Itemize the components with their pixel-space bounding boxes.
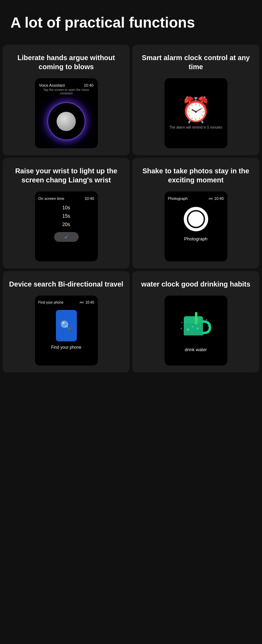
alarm-screen: ⏰ The alarm will remind in 5 minutes <box>165 78 227 148</box>
card-water-clock: water clock good drinking habits <box>132 271 259 372</box>
find-am: AM <box>79 301 83 304</box>
alarm-text: The alarm will remind in 5 minutes <box>169 125 223 129</box>
card-title-search: Device search Bi-directional travel <box>9 280 123 289</box>
camera-inner-ring <box>187 210 205 228</box>
features-grid: Liberate hands argue without coming to b… <box>0 42 262 375</box>
photo-screen: Photograph AM 10:40 Photograph <box>165 191 227 261</box>
wrist-label: On screen time <box>38 196 65 201</box>
phone-icon: 🔍 <box>56 310 77 341</box>
card-device-search: Device search Bi-directional travel Find… <box>3 271 130 372</box>
wrist-screen: On screen time 10:40 10s 15s 20s ✓ <box>35 191 98 261</box>
wrist-option-10s[interactable]: 10s <box>62 205 70 210</box>
water-screen: drink water <box>165 296 227 366</box>
wrist-time: 10:40 <box>85 196 94 201</box>
svg-point-8 <box>181 328 182 329</box>
wrist-confirm-button[interactable]: ✓ <box>54 232 79 242</box>
card-title-photo: Shake to take photos stay in the excitin… <box>139 166 253 184</box>
check-icon: ✓ <box>64 234 68 240</box>
water-caption: drink water <box>185 347 207 352</box>
alarm-clock-icon: ⏰ <box>181 97 211 122</box>
find-caption: Find your phone <box>51 345 81 350</box>
voice-assistant-screen: Voice Assistant 10:40 Tap the screen to … <box>35 78 98 148</box>
card-title-wrist: Raise your wrist to light up the screen … <box>9 166 123 184</box>
card-smart-alarm: Smart alarm clock control at any time ⏰ … <box>132 45 259 155</box>
find-label: Find your phone <box>38 301 64 304</box>
svg-point-5 <box>192 326 193 327</box>
svg-rect-3 <box>195 312 197 324</box>
card-shake-photo: Shake to take photos stay in the excitin… <box>132 158 259 268</box>
photo-time: 10:40 <box>214 196 224 201</box>
page-title: A lot of practical functions <box>0 0 262 42</box>
photo-caption: Photograph <box>184 236 208 241</box>
svg-point-7 <box>181 322 183 323</box>
svg-point-4 <box>187 328 189 331</box>
card-title-water: water clock good drinking habits <box>141 280 250 289</box>
svg-rect-2 <box>184 333 203 335</box>
svg-point-9 <box>206 319 207 320</box>
card-raise-wrist: Raise your wrist to light up the screen … <box>3 158 130 268</box>
find-phone-screen: Find your phone AM 10:40 🔍 Find your pho… <box>35 296 98 366</box>
photo-am: AM <box>209 197 213 200</box>
photo-label: Photograph <box>168 196 188 201</box>
card-title-alarm: Smart alarm clock control at any time <box>139 53 253 71</box>
voice-ring <box>47 102 86 140</box>
phone-search-icon: 🔍 <box>60 320 72 332</box>
voice-label: Voice Assistant <box>39 83 65 87</box>
voice-time: 10:40 <box>84 83 94 87</box>
card-title-liberate: Liberate hands argue without coming to b… <box>9 53 123 71</box>
svg-point-6 <box>197 327 198 329</box>
wrist-option-20s[interactable]: 20s <box>62 222 70 227</box>
find-time: 10:40 <box>85 301 94 304</box>
wrist-option-15s[interactable]: 15s <box>62 213 70 219</box>
voice-subtitle: Tap the screen to open the Voice Assista… <box>39 88 94 95</box>
camera-shutter-button[interactable] <box>184 207 208 231</box>
card-liberate-hands: Liberate hands argue without coming to b… <box>3 45 130 155</box>
svg-point-10 <box>208 325 209 327</box>
mug-icon <box>180 309 212 342</box>
voice-button[interactable] <box>57 112 76 131</box>
